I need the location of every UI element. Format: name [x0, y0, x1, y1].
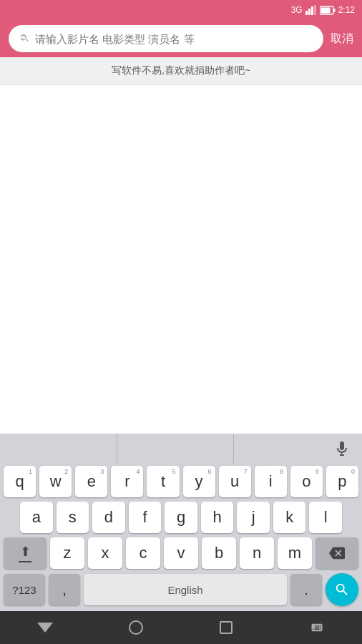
search-icon [19, 33, 29, 44]
search-bar: 取消 [0, 20, 362, 57]
key-s[interactable]: s [57, 502, 89, 533]
key-v[interactable]: v [164, 537, 198, 569]
status-bar: 3G 2:12 [0, 0, 362, 20]
keyboard-segment-3[interactable] [234, 434, 362, 464]
svg-rect-5 [333, 9, 335, 12]
key-d[interactable]: d [92, 502, 125, 533]
key-p[interactable]: 0p [326, 466, 358, 497]
key-r[interactable]: 4r [111, 466, 143, 497]
hint-bar: 写软件不易,喜欢就捐助作者吧~ [0, 57, 362, 85]
cancel-button[interactable]: 取消 [331, 31, 353, 47]
key-b[interactable]: b [202, 537, 236, 569]
keyboard-row-2: a s d f g h j k l [0, 499, 362, 535]
back-icon [37, 623, 53, 633]
key-f[interactable]: f [129, 502, 162, 533]
key-g[interactable]: g [165, 502, 197, 533]
key-m[interactable]: m [278, 537, 312, 569]
keyboard-segment-2 [117, 434, 235, 464]
search-enter-icon [334, 582, 350, 597]
keyboard-row-3: ⬆ z x c v b n m [0, 535, 362, 571]
keyboard-toolbar [0, 434, 362, 464]
svg-rect-0 [305, 11, 308, 15]
key-o[interactable]: 9o [290, 466, 323, 497]
content-area [0, 85, 362, 336]
comma-key[interactable]: , [49, 574, 80, 605]
space-key[interactable]: English [84, 574, 287, 605]
svg-rect-2 [311, 6, 313, 15]
key-w[interactable]: 2w [39, 466, 72, 497]
keyboard-segment-1 [0, 434, 117, 464]
nav-back-button[interactable] [27, 613, 63, 642]
nav-recents-button[interactable] [208, 613, 244, 642]
backspace-icon [329, 545, 345, 561]
key-n[interactable]: n [240, 537, 274, 569]
shift-key[interactable]: ⬆ [4, 537, 47, 569]
backspace-key[interactable] [315, 537, 358, 569]
mic-icon [333, 440, 351, 457]
key-i[interactable]: 8i [255, 466, 287, 497]
key-y[interactable]: 6y [183, 466, 215, 497]
signal-bars-icon [305, 5, 317, 15]
nav-keyboard-button[interactable] [299, 613, 335, 642]
key-t[interactable]: 5t [147, 466, 179, 497]
keyboard: 1q 2w 3e 4r 5t 6y 7u 8i 9o 0p a s d f g … [0, 434, 362, 611]
recents-icon [220, 621, 233, 634]
keyboard-search-button[interactable] [326, 573, 358, 606]
signal-indicator: 3G [291, 5, 303, 15]
period-key[interactable]: . [290, 574, 322, 605]
home-icon [129, 620, 143, 635]
key-c[interactable]: c [126, 537, 160, 569]
svg-rect-6 [321, 7, 330, 13]
key-e[interactable]: 3e [75, 466, 107, 497]
key-x[interactable]: x [88, 537, 122, 569]
hint-text: 写软件不易,喜欢就捐助作者吧~ [112, 64, 250, 76]
nav-home-button[interactable] [118, 613, 154, 642]
nav-bar [0, 611, 362, 644]
key-j[interactable]: j [237, 502, 270, 533]
status-icons: 3G 2:12 [291, 5, 355, 15]
search-input[interactable] [35, 33, 313, 45]
keyboard-row-1: 1q 2w 3e 4r 5t 6y 7u 8i 9o 0p [0, 464, 362, 499]
key-h[interactable]: h [201, 502, 234, 533]
search-input-container[interactable] [9, 25, 323, 52]
battery-icon [320, 6, 336, 15]
keyboard-row-4: ?123 , English . [0, 571, 362, 608]
key-q[interactable]: 1q [4, 466, 36, 497]
key-z[interactable]: z [50, 537, 84, 569]
key-k[interactable]: k [273, 502, 306, 533]
num-switch-key[interactable]: ?123 [4, 574, 45, 605]
key-u[interactable]: 7u [219, 466, 251, 497]
key-a[interactable]: a [20, 502, 53, 533]
svg-rect-1 [308, 9, 310, 15]
time-display: 2:12 [338, 5, 355, 15]
keyboard-nav-icon [308, 621, 326, 634]
key-l[interactable]: l [309, 502, 342, 533]
svg-rect-3 [314, 5, 316, 15]
